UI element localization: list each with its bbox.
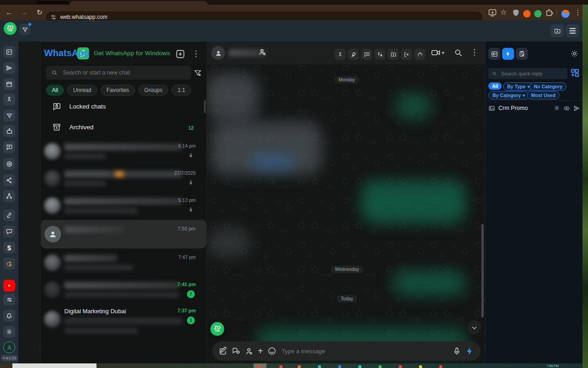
filter-chip-groups[interactable]: Groups [138,85,168,96]
crm-logo[interactable]: ZO CRM [4,22,17,35]
crm-workflow-action[interactable] [334,49,345,60]
google-icon[interactable]: G [3,258,15,270]
quick-reply-settings-icon[interactable] [232,346,241,356]
conversation-scrollbar[interactable] [481,224,484,317]
link-icon[interactable] [3,209,15,221]
kanban-board-icon[interactable] [3,46,15,58]
message-input[interactable] [281,347,448,355]
notifications-bell-icon[interactable] [3,310,15,322]
crm-filter-button[interactable] [19,24,30,35]
extension-icon-orange[interactable] [523,10,531,17]
account-icon[interactable] [3,341,15,353]
target-icon[interactable] [3,158,15,170]
send-campaign-icon[interactable] [3,62,15,74]
video-call-button[interactable]: ▾ [431,48,444,58]
quick-reply-item[interactable]: Crm Promo [488,103,580,113]
taskbar-icon[interactable] [279,365,283,368]
translate-action[interactable] [374,49,385,60]
chat-row[interactable]: Digital Marketing Dubai 7:37 pm 1 [40,304,207,338]
calendar-icon[interactable] [3,78,15,90]
bookmark-star-icon[interactable]: ☆ [498,5,509,20]
settings-gear-icon[interactable] [3,326,15,338]
qr-filter-all[interactable]: All [488,82,502,90]
chat-row[interactable]: 7:41 pm 7 [40,276,207,304]
extension-icon-green[interactable] [534,10,542,17]
chat-row-selected[interactable]: 7:50 pm [41,220,206,248]
archived-row[interactable]: Archived [52,123,94,132]
emoji-icon[interactable] [267,346,277,356]
microphone-icon[interactable] [452,347,461,356]
chat-list-menu-kebab[interactable]: ⋮ [192,49,200,58]
filter-funnel-icon[interactable] [3,109,15,121]
chat-filter-button[interactable] [194,69,202,77]
site-settings-icon[interactable] [51,14,57,20]
qr-filter-most-used[interactable]: Most Used [527,91,560,99]
taskbar-icon[interactable] [298,365,301,368]
filter-chip-favorites[interactable]: Favorites [101,85,135,96]
chat-search-input[interactable] [62,69,186,76]
quick-reply-search-input[interactable] [500,70,564,77]
scroll-to-bottom-button[interactable] [467,320,481,335]
new-chat-button[interactable] [175,49,185,59]
taskbar-icon[interactable] [399,365,402,368]
browser-active-tab[interactable] [70,1,208,5]
add-quick-reply-button[interactable] [570,68,580,78]
profile-avatar[interactable] [561,10,570,18]
item-settings-gear-icon[interactable] [554,105,560,111]
contact-action-icon[interactable] [245,347,254,356]
new-folder-button[interactable] [550,24,564,37]
chat-row[interactable]: 7:47 pm [40,249,207,276]
back-button[interactable]: ← [4,5,15,20]
share-nodes-icon[interactable] [3,174,15,186]
taskbar-icon[interactable] [419,365,422,368]
send-quick-reply-bolt-icon[interactable] [465,347,474,356]
crm-menu-button[interactable] [566,24,579,37]
tab-contacts[interactable] [488,48,500,60]
pin-chat-action[interactable] [348,49,359,60]
tab-notes[interactable] [516,48,528,60]
move-to-folder-action[interactable] [388,49,399,60]
browser-tab-group[interactable] [36,1,69,5]
compose-template-icon[interactable] [219,347,227,356]
chatbot-icon[interactable] [3,125,15,137]
qr-filter-no-category[interactable]: No Category [530,82,566,91]
preview-edit-eye-icon[interactable] [563,105,570,112]
taskbar-icon[interactable] [379,365,382,368]
contact-avatar[interactable] [211,46,225,60]
taskbar-icon[interactable] [358,365,362,368]
contact-lookup-icon[interactable] [258,48,266,56]
chat-search-bar[interactable] [46,66,191,80]
taskbar-icon[interactable] [439,365,442,368]
browser-menu-kebab-icon[interactable]: ⋮ [572,5,583,20]
locked-chats-row[interactable]: Locked chats [52,102,106,111]
payments-icon[interactable]: $ [3,242,15,253]
quick-reply-search-bar[interactable] [488,68,567,79]
chat-row[interactable]: 6:14 pm [40,138,207,165]
tab-quick-replies[interactable] [502,48,514,60]
reload-button[interactable]: ↻ [34,5,45,20]
taskbar-icon[interactable] [257,365,260,368]
adblock-shield-icon[interactable] [511,8,520,17]
taskbar-icon[interactable] [338,365,341,368]
chat-row[interactable]: 27/7/2025 [40,165,207,192]
extensions-puzzle-icon[interactable] [545,8,554,17]
chat-menu-kebab[interactable]: ⋮ [470,47,478,57]
filter-chip-all[interactable]: All [46,85,64,96]
filter-chip-unread[interactable]: Unread [67,85,97,96]
support-chat-icon[interactable] [3,225,15,237]
message-plus-icon[interactable] [3,141,15,153]
taskbar-icon[interactable] [318,365,321,368]
crm-floating-button[interactable]: ZO CRM [210,322,224,336]
chat-list-scrollbar[interactable] [204,100,206,113]
filter-chip-1to1[interactable]: 1:1 [171,85,191,96]
export-chat-action[interactable] [401,49,412,60]
power-toggle-action[interactable] [414,49,425,60]
qr-filter-by-category[interactable]: By Category▾ [488,91,529,99]
chat-row[interactable]: 5:13 pm [40,192,207,219]
clear-messages-action[interactable] [361,49,372,60]
youtube-icon[interactable] [3,280,15,292]
forward-button[interactable]: → [18,5,29,20]
sliders-icon[interactable] [3,293,15,305]
panel-settings-button[interactable] [570,49,579,58]
search-in-chat-button[interactable] [454,48,463,57]
